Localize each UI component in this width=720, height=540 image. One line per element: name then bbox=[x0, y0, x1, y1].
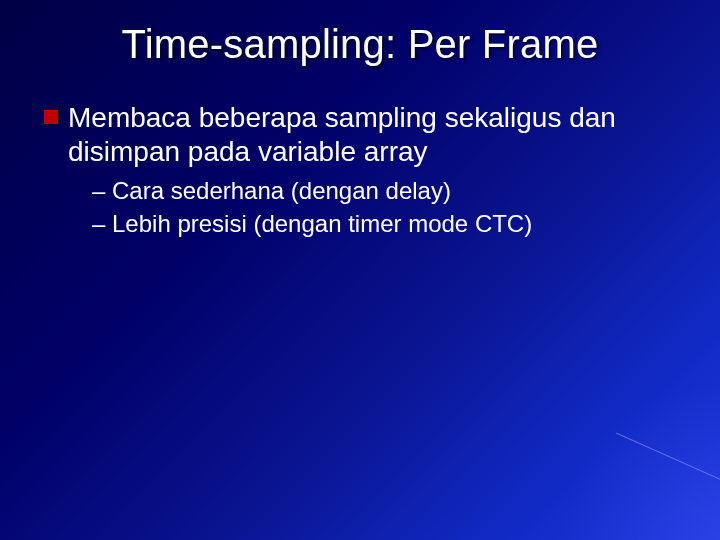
sub-bullet-item: – Cara sederhana (dengan delay) bbox=[92, 175, 676, 207]
sub-bullet-item: – Lebih presisi (dengan timer mode CTC) bbox=[92, 208, 676, 240]
bullet-text: Membaca beberapa sampling sekaligus dan … bbox=[68, 101, 676, 169]
slide: Time-sampling: Per Frame Membaca beberap… bbox=[0, 0, 720, 540]
sub-bullet-list: – Cara sederhana (dengan delay) – Lebih … bbox=[92, 175, 676, 240]
square-bullet-icon bbox=[44, 110, 58, 124]
bullet-item: Membaca beberapa sampling sekaligus dan … bbox=[44, 101, 676, 169]
slide-title: Time-sampling: Per Frame bbox=[44, 22, 676, 67]
